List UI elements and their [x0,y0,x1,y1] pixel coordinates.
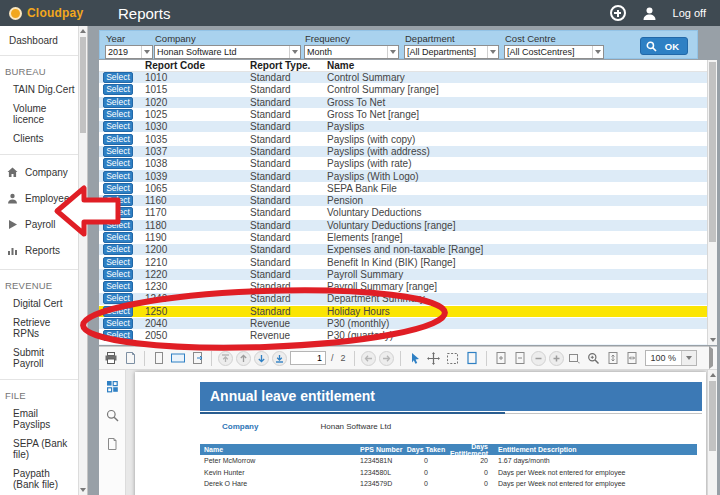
scroll-down-icon[interactable] [79,485,87,495]
previous-page-button[interactable] [236,351,251,366]
select-button[interactable]: Select [103,207,133,218]
table-row[interactable]: Select 1039 Standard Payslips (With Logo… [99,170,707,182]
next-page-button[interactable] [254,351,269,366]
select-button[interactable]: Select [103,134,133,145]
table-row[interactable]: Select 1200 Standard Expenses and non-ta… [99,244,707,256]
scrollbar-thumb[interactable] [709,381,716,451]
sidebar-item-clients[interactable]: Clients [0,129,78,148]
select-button[interactable]: Select [103,257,133,268]
table-row[interactable]: Select 2050 Revenue P30 (quarterly) [99,330,707,342]
select-button[interactable]: Select [103,293,133,304]
sidebar-item-volume-licence[interactable]: Volume licence [0,99,78,129]
select-button[interactable]: Select [103,72,133,83]
scrollbar-thumb[interactable] [80,37,86,133]
sidebar-item-paypath-bank-file[interactable]: Paypath (Bank file) [0,464,78,494]
frequency-select[interactable]: Month [304,45,399,59]
user-icon[interactable] [642,6,657,21]
toolbar-overflow-icon[interactable] [709,349,713,367]
company-select[interactable]: Honan Software Ltd [154,45,301,59]
select-button[interactable]: Select [103,109,133,120]
table-row[interactable]: Select 1025 Standard Gross To Net [range… [99,109,707,121]
sidebar-item-email-payslips[interactable]: Email Payslips [0,404,78,434]
sidebar-item-retrieve-rpns[interactable]: Retrieve RPNs [0,313,78,343]
sidebar-item-dashboard[interactable]: Dashboard [0,26,78,56]
sidebar-item-reports[interactable]: Reports [0,237,78,263]
table-row[interactable]: Select 1038 Standard Payslips (with rate… [99,158,707,170]
table-row[interactable]: Select 1210 Standard Benefit In Kind (BI… [99,256,707,268]
search-ok-button[interactable]: OK [640,37,688,55]
scrollbar-thumb[interactable] [709,62,716,242]
forward-button[interactable] [379,351,394,366]
table-row[interactable]: Select 1170 Standard Voluntary Deduction… [99,207,707,219]
table-row[interactable]: Select 1030 Standard Payslips [99,121,707,133]
continuous-view-icon[interactable] [170,350,186,366]
zoom-out-button[interactable] [531,351,546,366]
select-tool-icon[interactable] [407,350,423,366]
export-document-icon[interactable] [122,350,138,366]
select-button[interactable]: Select [103,84,133,95]
report-list-scrollbar[interactable] [707,60,717,345]
table-row[interactable]: Select 1190 Standard Elements [range] [99,232,707,244]
table-row[interactable]: Select 2040 Revenue P30 (monthly) [99,318,707,330]
zoom-level-select[interactable]: 100 % [645,350,698,366]
table-row[interactable]: Select 1037 Standard Payslips (with addr… [99,146,707,158]
select-button[interactable]: Select [103,330,133,341]
sidebar-item-tain-dig-cert[interactable]: TAIN Dig.Cert [0,80,78,99]
fit-page-icon[interactable] [605,350,621,366]
select-button[interactable]: Select [103,195,133,206]
scroll-up-icon[interactable] [79,26,87,36]
sidebar-scrollbar[interactable] [78,26,88,495]
zoom-page-in-icon[interactable] [512,350,528,366]
table-row[interactable]: Select 1160 Standard Pension [99,195,707,207]
select-button[interactable]: Select [103,183,133,194]
preview-scrollbar[interactable] [707,370,717,495]
log-off-button[interactable]: Log off [673,7,706,19]
bookmarks-panel-icon[interactable] [105,437,119,451]
back-button[interactable] [361,351,376,366]
full-page-icon[interactable] [464,350,480,366]
table-row[interactable]: Select 1180 Standard Voluntary Deduction… [99,220,707,232]
select-button[interactable]: Select [103,171,133,182]
select-button[interactable]: Select [103,121,133,132]
pan-tool-icon[interactable] [426,350,442,366]
table-row[interactable]: Select 1010 Standard Control Summary [99,72,707,84]
table-row[interactable]: Select 1035 Standard Payslips (with copy… [99,133,707,145]
dynamic-zoom-icon[interactable] [586,350,602,366]
select-button[interactable]: Select [103,158,133,169]
select-button[interactable]: Select [103,269,133,280]
zoom-page-out-icon[interactable] [493,350,509,366]
department-select[interactable]: [All Departments] [404,45,499,59]
zoom-rectangle-icon[interactable] [567,350,583,366]
search-document-icon[interactable] [105,408,119,422]
table-row[interactable]: Select 1020 Standard Gross To Net [99,97,707,109]
select-button[interactable]: Select [103,220,133,231]
add-icon[interactable] [610,5,626,21]
page-setup-icon[interactable] [189,350,205,366]
sidebar-item-submit-payroll[interactable]: Submit Payroll [0,343,78,373]
zoom-in-button[interactable] [549,351,564,366]
table-row[interactable]: Select 1065 Standard SEPA Bank File [99,183,707,195]
table-row[interactable]: Select 1240 Standard Department Summary [99,293,707,305]
select-button[interactable]: Select [103,318,133,329]
brand-logo[interactable]: Cloudpay [0,6,118,20]
sidebar-item-company[interactable]: Company [0,159,78,185]
cost-centre-select[interactable]: [All CostCentres] [504,45,604,59]
page-number-input[interactable] [290,351,326,365]
sidebar-item-digital-cert[interactable]: Digital Cert [0,294,78,313]
print-icon[interactable] [103,350,119,366]
select-button[interactable]: Select [103,146,133,157]
sidebar-item-employee[interactable]: Employee [0,185,78,211]
last-page-button[interactable] [272,351,287,366]
snapshot-tool-icon[interactable] [445,350,461,366]
scroll-up-icon[interactable] [708,370,717,380]
fit-width-icon[interactable] [624,350,640,366]
table-row[interactable]: Select 1220 Standard Payroll Summary [99,269,707,281]
year-select[interactable]: 2019 [105,45,153,59]
select-button[interactable]: Select [103,281,133,292]
select-button[interactable]: Select [103,232,133,243]
single-page-view-icon[interactable] [151,350,167,366]
sidebar-item-sepa-bank-file[interactable]: SEPA (Bank file) [0,434,78,464]
select-button[interactable]: Select [103,97,133,108]
sidebar-item-payroll[interactable]: Payroll [0,211,78,237]
table-row[interactable]: Select 1250 Standard Holiday Hours [99,306,707,318]
